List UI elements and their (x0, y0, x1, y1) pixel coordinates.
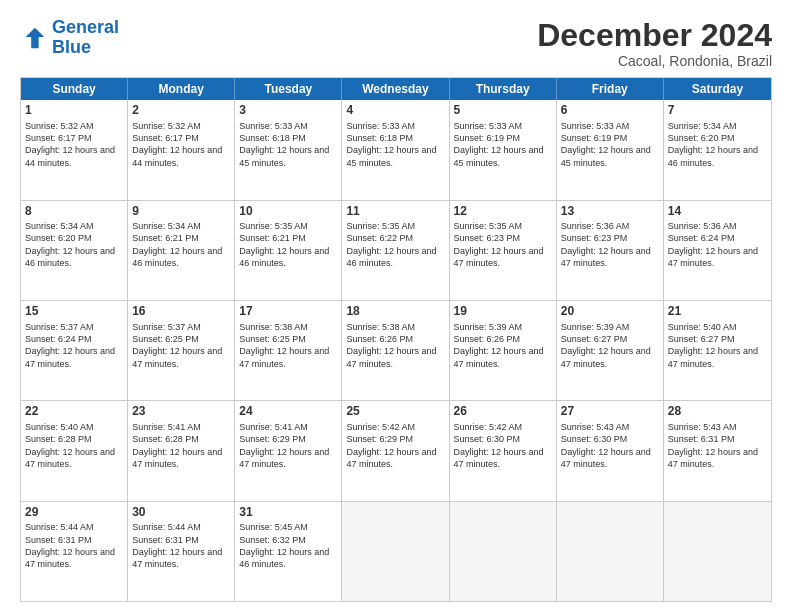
cal-cell-empty (342, 502, 449, 601)
cal-cell-empty (557, 502, 664, 601)
cal-cell-2: 2Sunrise: 5:32 AMSunset: 6:17 PMDaylight… (128, 100, 235, 199)
logo: General Blue (20, 18, 119, 58)
cal-cell-8: 8Sunrise: 5:34 AMSunset: 6:20 PMDaylight… (21, 201, 128, 300)
page: General Blue December 2024 Cacoal, Rondo… (0, 0, 792, 612)
cal-cell-27: 27Sunrise: 5:43 AMSunset: 6:30 PMDayligh… (557, 401, 664, 500)
header-sunday: Sunday (21, 78, 128, 100)
cal-cell-12: 12Sunrise: 5:35 AMSunset: 6:23 PMDayligh… (450, 201, 557, 300)
cal-cell-22: 22Sunrise: 5:40 AMSunset: 6:28 PMDayligh… (21, 401, 128, 500)
cal-cell-7: 7Sunrise: 5:34 AMSunset: 6:20 PMDaylight… (664, 100, 771, 199)
header-saturday: Saturday (664, 78, 771, 100)
svg-marker-0 (26, 28, 45, 49)
calendar-row-4: 22Sunrise: 5:40 AMSunset: 6:28 PMDayligh… (21, 400, 771, 500)
logo-line2: Blue (52, 37, 91, 57)
cal-cell-1: 1Sunrise: 5:32 AMSunset: 6:17 PMDaylight… (21, 100, 128, 199)
calendar-row-1: 1Sunrise: 5:32 AMSunset: 6:17 PMDaylight… (21, 100, 771, 199)
cal-cell-28: 28Sunrise: 5:43 AMSunset: 6:31 PMDayligh… (664, 401, 771, 500)
cal-cell-11: 11Sunrise: 5:35 AMSunset: 6:22 PMDayligh… (342, 201, 449, 300)
logo-line1: General (52, 17, 119, 37)
header: General Blue December 2024 Cacoal, Rondo… (20, 18, 772, 69)
location-subtitle: Cacoal, Rondonia, Brazil (537, 53, 772, 69)
cal-cell-30: 30Sunrise: 5:44 AMSunset: 6:31 PMDayligh… (128, 502, 235, 601)
cal-cell-empty (664, 502, 771, 601)
cal-cell-21: 21Sunrise: 5:40 AMSunset: 6:27 PMDayligh… (664, 301, 771, 400)
calendar-body: 1Sunrise: 5:32 AMSunset: 6:17 PMDaylight… (21, 100, 771, 601)
calendar-row-5: 29Sunrise: 5:44 AMSunset: 6:31 PMDayligh… (21, 501, 771, 601)
cal-cell-31: 31Sunrise: 5:45 AMSunset: 6:32 PMDayligh… (235, 502, 342, 601)
calendar-header: Sunday Monday Tuesday Wednesday Thursday… (21, 78, 771, 100)
cal-cell-10: 10Sunrise: 5:35 AMSunset: 6:21 PMDayligh… (235, 201, 342, 300)
cal-cell-15: 15Sunrise: 5:37 AMSunset: 6:24 PMDayligh… (21, 301, 128, 400)
cal-cell-20: 20Sunrise: 5:39 AMSunset: 6:27 PMDayligh… (557, 301, 664, 400)
header-thursday: Thursday (450, 78, 557, 100)
cal-cell-24: 24Sunrise: 5:41 AMSunset: 6:29 PMDayligh… (235, 401, 342, 500)
logo-text: General Blue (52, 18, 119, 58)
cal-cell-17: 17Sunrise: 5:38 AMSunset: 6:25 PMDayligh… (235, 301, 342, 400)
title-block: December 2024 Cacoal, Rondonia, Brazil (537, 18, 772, 69)
cal-cell-empty (450, 502, 557, 601)
cal-cell-26: 26Sunrise: 5:42 AMSunset: 6:30 PMDayligh… (450, 401, 557, 500)
cal-cell-4: 4Sunrise: 5:33 AMSunset: 6:18 PMDaylight… (342, 100, 449, 199)
cal-cell-16: 16Sunrise: 5:37 AMSunset: 6:25 PMDayligh… (128, 301, 235, 400)
cal-cell-14: 14Sunrise: 5:36 AMSunset: 6:24 PMDayligh… (664, 201, 771, 300)
calendar: Sunday Monday Tuesday Wednesday Thursday… (20, 77, 772, 602)
cal-cell-18: 18Sunrise: 5:38 AMSunset: 6:26 PMDayligh… (342, 301, 449, 400)
cal-cell-6: 6Sunrise: 5:33 AMSunset: 6:19 PMDaylight… (557, 100, 664, 199)
header-friday: Friday (557, 78, 664, 100)
cal-cell-13: 13Sunrise: 5:36 AMSunset: 6:23 PMDayligh… (557, 201, 664, 300)
month-title: December 2024 (537, 18, 772, 53)
cal-cell-25: 25Sunrise: 5:42 AMSunset: 6:29 PMDayligh… (342, 401, 449, 500)
cal-cell-3: 3Sunrise: 5:33 AMSunset: 6:18 PMDaylight… (235, 100, 342, 199)
header-monday: Monday (128, 78, 235, 100)
cal-cell-5: 5Sunrise: 5:33 AMSunset: 6:19 PMDaylight… (450, 100, 557, 199)
cal-cell-23: 23Sunrise: 5:41 AMSunset: 6:28 PMDayligh… (128, 401, 235, 500)
header-wednesday: Wednesday (342, 78, 449, 100)
calendar-row-3: 15Sunrise: 5:37 AMSunset: 6:24 PMDayligh… (21, 300, 771, 400)
cal-cell-19: 19Sunrise: 5:39 AMSunset: 6:26 PMDayligh… (450, 301, 557, 400)
cal-cell-29: 29Sunrise: 5:44 AMSunset: 6:31 PMDayligh… (21, 502, 128, 601)
calendar-row-2: 8Sunrise: 5:34 AMSunset: 6:20 PMDaylight… (21, 200, 771, 300)
header-tuesday: Tuesday (235, 78, 342, 100)
cal-cell-9: 9Sunrise: 5:34 AMSunset: 6:21 PMDaylight… (128, 201, 235, 300)
logo-icon (20, 24, 48, 52)
